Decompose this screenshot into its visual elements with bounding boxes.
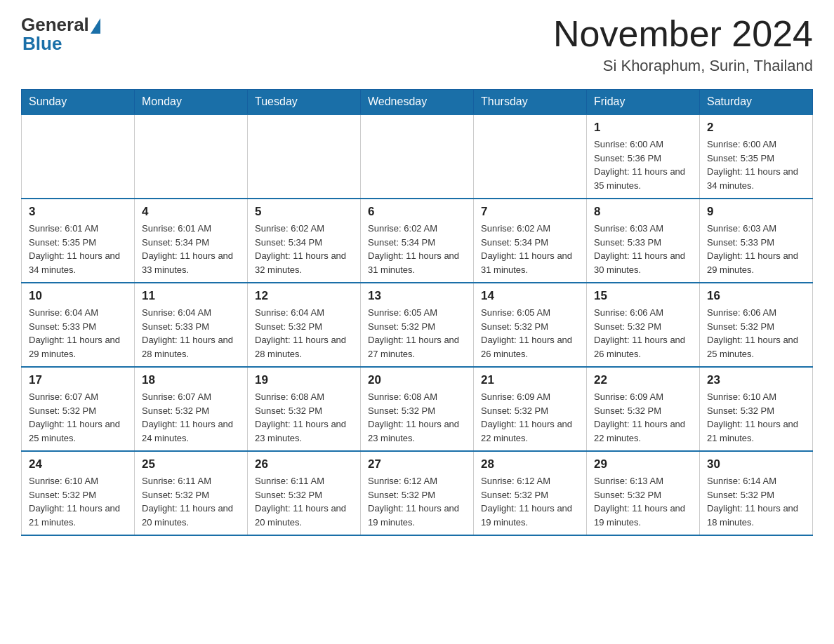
day-info: Sunrise: 6:08 AMSunset: 5:32 PMDaylight:… xyxy=(255,390,353,445)
day-info: Sunrise: 6:08 AMSunset: 5:32 PMDaylight:… xyxy=(368,390,466,445)
weekday-header-friday: Friday xyxy=(587,90,700,115)
day-info: Sunrise: 6:04 AMSunset: 5:33 PMDaylight:… xyxy=(29,306,127,361)
day-info: Sunrise: 6:01 AMSunset: 5:35 PMDaylight:… xyxy=(29,222,127,276)
day-number: 7 xyxy=(481,205,579,219)
day-number: 29 xyxy=(594,457,692,471)
calendar-cell: 27Sunrise: 6:12 AMSunset: 5:32 PMDayligh… xyxy=(361,451,474,535)
calendar-cell: 16Sunrise: 6:06 AMSunset: 5:32 PMDayligh… xyxy=(700,283,813,367)
calendar-cell xyxy=(474,114,587,199)
day-info: Sunrise: 6:00 AMSunset: 5:35 PMDaylight:… xyxy=(707,137,805,192)
day-number: 3 xyxy=(29,205,127,219)
calendar-cell: 28Sunrise: 6:12 AMSunset: 5:32 PMDayligh… xyxy=(474,451,587,535)
day-info: Sunrise: 6:14 AMSunset: 5:32 PMDaylight:… xyxy=(707,474,805,529)
day-info: Sunrise: 6:07 AMSunset: 5:32 PMDaylight:… xyxy=(29,390,127,445)
weekday-header-wednesday: Wednesday xyxy=(361,90,474,115)
calendar-cell xyxy=(361,114,474,199)
day-info: Sunrise: 6:01 AMSunset: 5:34 PMDaylight:… xyxy=(142,222,240,276)
day-number: 1 xyxy=(594,121,692,135)
weekday-header-tuesday: Tuesday xyxy=(248,90,361,115)
day-number: 24 xyxy=(29,457,127,471)
calendar-cell: 3Sunrise: 6:01 AMSunset: 5:35 PMDaylight… xyxy=(22,199,135,283)
day-info: Sunrise: 6:04 AMSunset: 5:33 PMDaylight:… xyxy=(142,306,240,361)
day-info: Sunrise: 6:10 AMSunset: 5:32 PMDaylight:… xyxy=(29,474,127,529)
weekday-header-sunday: Sunday xyxy=(22,90,135,115)
day-number: 19 xyxy=(255,373,353,387)
calendar-cell: 15Sunrise: 6:06 AMSunset: 5:32 PMDayligh… xyxy=(587,283,700,367)
calendar-cell: 4Sunrise: 6:01 AMSunset: 5:34 PMDaylight… xyxy=(135,199,248,283)
calendar-cell: 30Sunrise: 6:14 AMSunset: 5:32 PMDayligh… xyxy=(700,451,813,535)
calendar-week-row: 24Sunrise: 6:10 AMSunset: 5:32 PMDayligh… xyxy=(22,451,813,535)
day-number: 28 xyxy=(481,457,579,471)
day-info: Sunrise: 6:12 AMSunset: 5:32 PMDaylight:… xyxy=(481,474,579,529)
calendar-cell: 17Sunrise: 6:07 AMSunset: 5:32 PMDayligh… xyxy=(22,367,135,451)
calendar-cell: 5Sunrise: 6:02 AMSunset: 5:34 PMDaylight… xyxy=(248,199,361,283)
month-title: November 2024 xyxy=(553,14,813,54)
day-info: Sunrise: 6:05 AMSunset: 5:32 PMDaylight:… xyxy=(368,306,466,361)
calendar-week-row: 1Sunrise: 6:00 AMSunset: 5:36 PMDaylight… xyxy=(22,114,813,199)
day-info: Sunrise: 6:12 AMSunset: 5:32 PMDaylight:… xyxy=(368,474,466,529)
day-number: 13 xyxy=(368,289,466,303)
day-info: Sunrise: 6:11 AMSunset: 5:32 PMDaylight:… xyxy=(255,474,353,529)
calendar-table: SundayMondayTuesdayWednesdayThursdayFrid… xyxy=(21,89,813,536)
day-number: 26 xyxy=(255,457,353,471)
calendar-cell: 26Sunrise: 6:11 AMSunset: 5:32 PMDayligh… xyxy=(248,451,361,535)
calendar-cell: 6Sunrise: 6:02 AMSunset: 5:34 PMDaylight… xyxy=(361,199,474,283)
calendar-cell: 21Sunrise: 6:09 AMSunset: 5:32 PMDayligh… xyxy=(474,367,587,451)
day-info: Sunrise: 6:04 AMSunset: 5:32 PMDaylight:… xyxy=(255,306,353,361)
day-number: 12 xyxy=(255,289,353,303)
day-number: 4 xyxy=(142,205,240,219)
day-number: 6 xyxy=(368,205,466,219)
day-info: Sunrise: 6:03 AMSunset: 5:33 PMDaylight:… xyxy=(594,222,692,276)
weekday-header-monday: Monday xyxy=(135,90,248,115)
calendar-cell: 29Sunrise: 6:13 AMSunset: 5:32 PMDayligh… xyxy=(587,451,700,535)
calendar-cell: 14Sunrise: 6:05 AMSunset: 5:32 PMDayligh… xyxy=(474,283,587,367)
day-info: Sunrise: 6:02 AMSunset: 5:34 PMDaylight:… xyxy=(481,222,579,276)
day-number: 5 xyxy=(255,205,353,219)
day-info: Sunrise: 6:06 AMSunset: 5:32 PMDaylight:… xyxy=(707,306,805,361)
calendar-week-row: 10Sunrise: 6:04 AMSunset: 5:33 PMDayligh… xyxy=(22,283,813,367)
day-number: 9 xyxy=(707,205,805,219)
day-info: Sunrise: 6:13 AMSunset: 5:32 PMDaylight:… xyxy=(594,474,692,529)
calendar-cell: 18Sunrise: 6:07 AMSunset: 5:32 PMDayligh… xyxy=(135,367,248,451)
day-number: 20 xyxy=(368,373,466,387)
logo-triangle-icon xyxy=(91,18,100,34)
logo: General Blue xyxy=(21,14,100,55)
day-info: Sunrise: 6:11 AMSunset: 5:32 PMDaylight:… xyxy=(142,474,240,529)
calendar-cell: 2Sunrise: 6:00 AMSunset: 5:35 PMDaylight… xyxy=(700,114,813,199)
day-number: 25 xyxy=(142,457,240,471)
calendar-body: 1Sunrise: 6:00 AMSunset: 5:36 PMDaylight… xyxy=(22,114,813,535)
calendar-cell: 10Sunrise: 6:04 AMSunset: 5:33 PMDayligh… xyxy=(22,283,135,367)
calendar-cell: 9Sunrise: 6:03 AMSunset: 5:33 PMDaylight… xyxy=(700,199,813,283)
day-info: Sunrise: 6:00 AMSunset: 5:36 PMDaylight:… xyxy=(594,137,692,192)
calendar-cell: 20Sunrise: 6:08 AMSunset: 5:32 PMDayligh… xyxy=(361,367,474,451)
day-info: Sunrise: 6:06 AMSunset: 5:32 PMDaylight:… xyxy=(594,306,692,361)
calendar-cell: 23Sunrise: 6:10 AMSunset: 5:32 PMDayligh… xyxy=(700,367,813,451)
day-number: 27 xyxy=(368,457,466,471)
day-number: 15 xyxy=(594,289,692,303)
day-number: 21 xyxy=(481,373,579,387)
day-info: Sunrise: 6:07 AMSunset: 5:32 PMDaylight:… xyxy=(142,390,240,445)
calendar-cell: 11Sunrise: 6:04 AMSunset: 5:33 PMDayligh… xyxy=(135,283,248,367)
page-header: General Blue November 2024 Si Khoraphum,… xyxy=(21,14,813,75)
calendar-week-row: 3Sunrise: 6:01 AMSunset: 5:35 PMDaylight… xyxy=(22,199,813,283)
day-number: 16 xyxy=(707,289,805,303)
day-info: Sunrise: 6:09 AMSunset: 5:32 PMDaylight:… xyxy=(481,390,579,445)
day-number: 14 xyxy=(481,289,579,303)
calendar-cell: 24Sunrise: 6:10 AMSunset: 5:32 PMDayligh… xyxy=(22,451,135,535)
day-number: 8 xyxy=(594,205,692,219)
day-info: Sunrise: 6:03 AMSunset: 5:33 PMDaylight:… xyxy=(707,222,805,276)
day-number: 18 xyxy=(142,373,240,387)
day-info: Sunrise: 6:10 AMSunset: 5:32 PMDaylight:… xyxy=(707,390,805,445)
calendar-cell xyxy=(135,114,248,199)
day-number: 2 xyxy=(707,121,805,135)
weekday-header-row: SundayMondayTuesdayWednesdayThursdayFrid… xyxy=(22,90,813,115)
day-number: 30 xyxy=(707,457,805,471)
day-number: 22 xyxy=(594,373,692,387)
calendar-header: SundayMondayTuesdayWednesdayThursdayFrid… xyxy=(22,90,813,115)
calendar-week-row: 17Sunrise: 6:07 AMSunset: 5:32 PMDayligh… xyxy=(22,367,813,451)
calendar-cell: 22Sunrise: 6:09 AMSunset: 5:32 PMDayligh… xyxy=(587,367,700,451)
calendar-cell: 25Sunrise: 6:11 AMSunset: 5:32 PMDayligh… xyxy=(135,451,248,535)
day-info: Sunrise: 6:05 AMSunset: 5:32 PMDaylight:… xyxy=(481,306,579,361)
day-number: 10 xyxy=(29,289,127,303)
day-info: Sunrise: 6:02 AMSunset: 5:34 PMDaylight:… xyxy=(368,222,466,276)
